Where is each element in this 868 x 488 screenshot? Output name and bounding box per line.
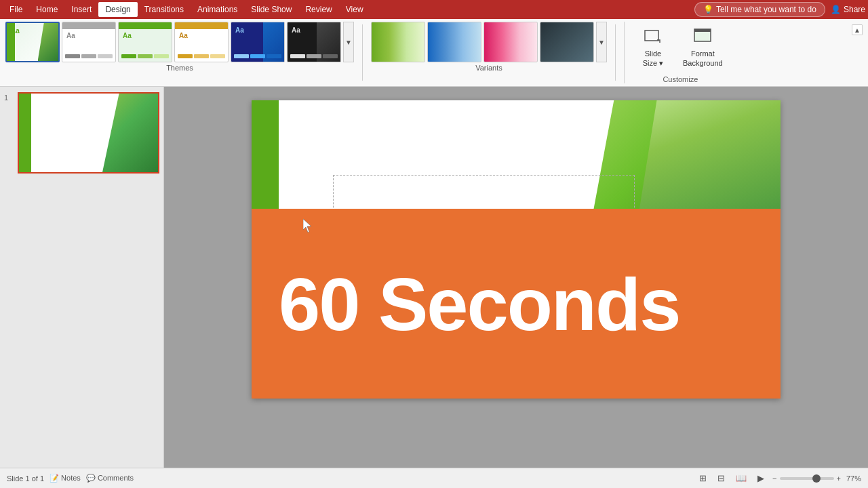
status-bar: Slide 1 of 1 📝 Notes 💬 Comments ⊞ ⊟ 📖 ▶ …: [0, 468, 868, 488]
format-background-button[interactable]: FormatBackground: [677, 28, 728, 68]
svg-rect-0: [645, 30, 658, 41]
slide-sorter-button[interactable]: ⊟: [715, 472, 728, 485]
theme-thumb-4[interactable]: Aa: [174, 22, 229, 62]
divider-1: [362, 24, 363, 81]
presenter-view-button[interactable]: ▶: [755, 472, 767, 485]
menu-design[interactable]: Design: [98, 2, 137, 17]
menu-view[interactable]: View: [339, 2, 370, 17]
menu-file[interactable]: File: [3, 2, 29, 17]
themes-scroll-down[interactable]: ▼: [343, 22, 354, 62]
menu-insert[interactable]: Insert: [64, 2, 98, 17]
theme-thumb-5[interactable]: Aa: [231, 22, 285, 62]
comments-button[interactable]: 💬 Comments: [86, 474, 134, 483]
slide-panel: 1: [0, 87, 164, 468]
notes-button[interactable]: 📝 Notes: [50, 474, 81, 483]
slide-thumbnail-1[interactable]: 1: [4, 92, 159, 174]
reading-view-button[interactable]: 📖: [733, 472, 749, 485]
variants-scroll-down[interactable]: ▼: [596, 22, 607, 62]
menu-animations[interactable]: Animations: [191, 2, 244, 17]
search-label: Tell me what you want to do: [716, 5, 816, 14]
zoom-track[interactable]: [780, 477, 834, 480]
slide-size-label: SlideSize ▾: [643, 49, 663, 67]
slide-number-1: 1: [4, 92, 15, 102]
share-label: Share: [844, 5, 865, 14]
svg-rect-2: [694, 29, 711, 32]
slide-size-button[interactable]: SlideSize ▾: [633, 28, 673, 68]
divider-2: [615, 24, 616, 81]
normal-view-button[interactable]: ⊞: [696, 472, 709, 485]
format-background-icon: [693, 28, 712, 48]
variants-label: Variants: [371, 64, 607, 72]
canvas-area: Click to add title subtitle 60 Seconds: [164, 87, 868, 468]
zoom-slider: − +: [772, 474, 841, 483]
theme-3-label: Aa: [123, 32, 132, 39]
theme-thumb-1[interactable]: Aa: [5, 22, 60, 62]
customize-section: SlideSize ▾ FormatBackground Customize: [624, 22, 731, 83]
zoom-thumb[interactable]: [812, 474, 821, 483]
variant-thumb-2[interactable]: [427, 22, 481, 62]
format-background-label: FormatBackground: [683, 49, 723, 67]
theme-5-label: Aa: [235, 26, 244, 34]
slide-size-icon: [644, 28, 663, 48]
theme-thumb-6[interactable]: Aa: [287, 22, 341, 62]
menu-home[interactable]: Home: [29, 2, 64, 17]
variants-section: ▼ Variants: [371, 22, 607, 83]
menu-review[interactable]: Review: [298, 2, 338, 17]
theme-2-label: Aa: [66, 32, 75, 39]
theme-1-label: Aa: [11, 27, 20, 35]
themes-label: Themes: [5, 64, 354, 72]
customize-label: Customize: [633, 75, 728, 83]
variant-thumb-1[interactable]: [371, 22, 425, 62]
main-area: 1 Click to add title sub: [0, 87, 868, 468]
theme-6-label: Aa: [292, 26, 300, 34]
overlay-text: 60 Seconds: [279, 261, 679, 347]
search-bar[interactable]: 💡 Tell me what you want to do: [694, 2, 825, 17]
menu-transitions[interactable]: Transitions: [138, 2, 191, 17]
variant-thumb-4[interactable]: [540, 22, 594, 62]
search-icon: 💡: [703, 5, 713, 14]
slide-thumb[interactable]: [18, 92, 159, 174]
share-button[interactable]: 👤 Share: [831, 5, 865, 14]
menu-slideshow[interactable]: Slide Show: [244, 2, 298, 17]
share-icon: 👤: [831, 5, 841, 14]
collapse-ribbon-button[interactable]: ▲: [852, 24, 863, 35]
ribbon: Aa Aa Aa: [0, 19, 868, 87]
slide-count: Slide 1 of 1: [7, 474, 44, 483]
zoom-in-button[interactable]: +: [837, 474, 841, 483]
zoom-percent: 77%: [846, 474, 861, 483]
zoom-out-button[interactable]: −: [772, 474, 776, 483]
orange-overlay: 60 Seconds: [252, 209, 781, 399]
theme-thumb-3[interactable]: Aa: [118, 22, 172, 62]
variant-thumb-3[interactable]: [484, 22, 538, 62]
menu-bar: File Home Insert Design Transitions Anim…: [0, 0, 868, 19]
theme-thumb-2[interactable]: Aa: [62, 22, 116, 62]
slide-canvas[interactable]: Click to add title subtitle 60 Seconds: [252, 100, 781, 399]
theme-4-label: Aa: [179, 32, 188, 39]
themes-section: Aa Aa Aa: [5, 22, 354, 83]
